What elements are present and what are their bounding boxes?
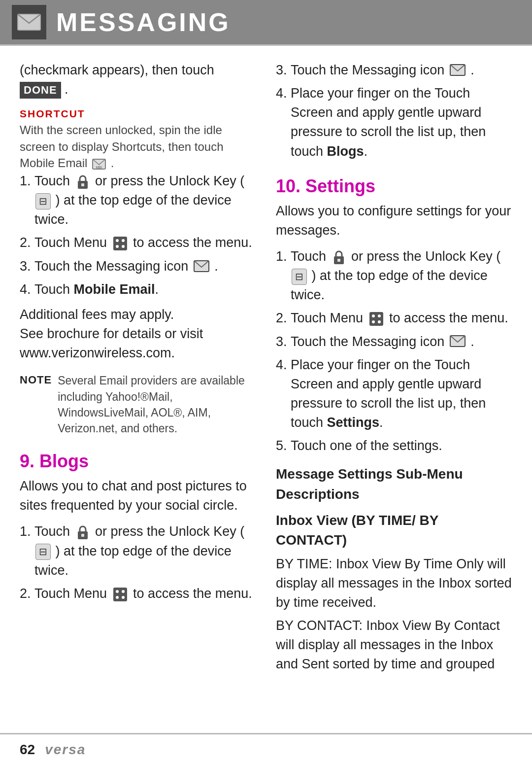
menu-icon (112, 587, 128, 602)
intro-text: (checkmark appears), then touch DONE . (20, 61, 256, 99)
settings-steps: Touch or press the Unlock Key ( ⊟ ) at t… (291, 247, 512, 455)
page-header: MESSAGING (0, 0, 532, 44)
svg-point-9 (122, 245, 125, 248)
svg-point-25 (378, 320, 381, 323)
list-item: Touch or press the Unlock Key ( ⊟ ) at t… (291, 247, 512, 305)
svg-point-23 (378, 314, 381, 317)
messaging-icon (450, 335, 466, 349)
menu-icon (112, 236, 128, 251)
svg-point-7 (122, 239, 125, 242)
svg-point-24 (372, 320, 375, 323)
blogs-description: Allows you to chat and post pictures to … (20, 477, 256, 515)
svg-point-22 (372, 314, 375, 317)
svg-point-8 (116, 245, 119, 248)
list-item: Touch Mobile Email. (34, 280, 256, 299)
lock-icon (332, 249, 346, 265)
messaging-icon (194, 260, 209, 274)
svg-rect-20 (337, 259, 340, 262)
svg-point-16 (116, 596, 119, 599)
list-item: Place your finger on the Touch Screen an… (291, 355, 512, 433)
header-icon-box (12, 5, 46, 39)
svg-point-14 (116, 590, 119, 593)
list-item: Touch one of the settings. (291, 436, 512, 455)
messaging-icon (450, 64, 466, 78)
settings-description: Allows you to configure settings for you… (276, 202, 512, 240)
main-content: (checkmark appears), then touch DONE . S… (0, 46, 532, 689)
svg-point-15 (122, 590, 125, 593)
inbox-view-text1: BY TIME: Inbox View By Time Only will di… (276, 555, 512, 612)
list-item: Touch the Messaging icon . (291, 61, 512, 80)
left-column: (checkmark appears), then touch DONE . S… (20, 61, 256, 674)
unlock-key-icon: ⊟ (35, 544, 51, 560)
right-column: Touch the Messaging icon . Place your fi… (276, 61, 512, 674)
list-item: Touch Menu to access the menu. (34, 233, 256, 252)
footer: 62 versa (0, 733, 532, 765)
svg-rect-12 (81, 534, 84, 537)
lock-icon (75, 524, 90, 540)
sub-menu-heading: Message Settings Sub-Menu Descriptions (276, 464, 512, 504)
svg-point-17 (122, 596, 125, 599)
footer-page-number: 62 (20, 742, 35, 758)
svg-rect-5 (113, 237, 127, 250)
blogs-steps-left: Touch or press the Unlock Key ( ⊟ ) at t… (34, 522, 256, 603)
settings-heading: 10. Settings (276, 176, 512, 197)
list-item: Touch the Messaging icon . (34, 257, 256, 276)
page-title: MESSAGING (56, 7, 231, 37)
blogs-heading: 9. Blogs (20, 451, 256, 472)
lock-icon (75, 174, 90, 190)
svg-rect-4 (81, 183, 84, 186)
svg-rect-21 (369, 312, 383, 326)
inbox-view-heading: Inbox View (BY TIME/ BY CONTACT) (276, 511, 512, 551)
list-item: Place your finger on the Touch Screen an… (291, 84, 512, 161)
pre-blogs-steps: Touch or press the Unlock Key ( ⊟ ) at t… (34, 172, 256, 299)
list-item: Touch or press the Unlock Key ( ⊟ ) at t… (34, 172, 256, 229)
note-block: NOTE Several Email providers are availab… (20, 373, 256, 436)
svg-rect-13 (113, 588, 127, 601)
mobile-email-icon: MBI (92, 159, 106, 170)
messaging-header-icon (17, 12, 41, 32)
list-item: Touch or press the Unlock Key ( ⊟ ) at t… (34, 522, 256, 580)
additional-fees: Additional fees may apply. See brochure … (20, 305, 256, 363)
done-badge: DONE (20, 82, 61, 99)
footer-brand: versa (45, 742, 86, 758)
list-item: Touch Menu to access the menu. (34, 584, 256, 603)
shortcut-label: SHORTCUT (20, 108, 256, 120)
svg-point-6 (116, 239, 119, 242)
blogs-steps-right: Touch the Messaging icon . Place your fi… (291, 61, 512, 161)
shortcut-text: With the screen unlocked, spin the idle … (20, 122, 256, 172)
unlock-key-icon: ⊟ (35, 193, 51, 209)
svg-text:MBI: MBI (96, 166, 102, 169)
note-text: Several Email providers are available in… (58, 373, 256, 436)
unlock-key-icon: ⊟ (292, 269, 307, 285)
list-item: Touch Menu to access the menu. (291, 309, 512, 328)
list-item: Touch the Messaging icon . (291, 332, 512, 351)
inbox-view-text2: BY CONTACT: Inbox View By Contact will d… (276, 616, 512, 674)
menu-icon (368, 311, 384, 327)
note-label: NOTE (20, 373, 52, 386)
